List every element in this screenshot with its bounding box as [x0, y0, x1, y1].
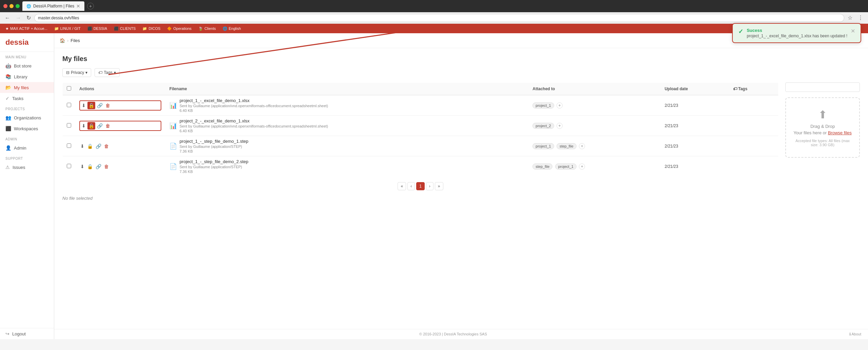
row3-download-btn[interactable]: ⬇: [79, 142, 85, 150]
row3-add-tag-btn[interactable]: +: [579, 143, 585, 149]
about-link[interactable]: ℹ About: [849, 332, 861, 336]
upload-date-col-header: Upload date: [661, 83, 729, 95]
row1-link-btn[interactable]: 🔗: [96, 102, 104, 109]
settings-btn[interactable]: ⋮: [856, 14, 865, 22]
last-page-btn[interactable]: »: [435, 182, 443, 190]
table-row: ⬇ 🔒 🔗 🗑 📊: [63, 95, 779, 116]
row4-tags: [729, 156, 779, 177]
bookmark-icon: 📁: [142, 26, 147, 31]
accepted-file-types: Accepted file types: All files (max size…: [793, 139, 852, 147]
my-files-icon: 📂: [5, 85, 11, 90]
sidebar-item-library[interactable]: 📚 Library: [0, 71, 54, 82]
row3-checkbox[interactable]: [67, 143, 71, 148]
select-all-checkbox[interactable]: [67, 86, 71, 91]
bookmark-linux-git[interactable]: 📁 LINUX / GIT: [52, 26, 83, 32]
sidebar-item-my-files[interactable]: 📂 My files: [0, 82, 54, 93]
row1-lock-btn[interactable]: 🔒: [87, 102, 95, 109]
privacy-filter-btn[interactable]: ⊟ Privacy ▾: [62, 68, 91, 77]
page-1-btn[interactable]: 1: [416, 182, 425, 190]
row4-checkbox[interactable]: [67, 164, 71, 168]
admin-icon: 👤: [5, 145, 11, 151]
toast-close-btn[interactable]: ✕: [851, 28, 855, 34]
tasks-icon: ✓: [5, 96, 9, 101]
row3-attached: project_1 step_file +: [528, 136, 661, 156]
browse-files-link[interactable]: Browse files: [828, 130, 852, 135]
row3-link-btn[interactable]: 🔗: [95, 142, 102, 150]
tab-close-btn[interactable]: ✕: [76, 3, 80, 9]
row1-attached: project_1 +: [528, 95, 661, 116]
browser-chrome: 🌐 DessIA Platform | Files ✕ +: [0, 0, 868, 12]
upload-dropzone[interactable]: ⬆ Drag & Drop Your files here or Browse …: [785, 97, 860, 158]
home-icon[interactable]: 🏠: [60, 38, 65, 43]
row1-delete-btn[interactable]: 🗑: [104, 102, 111, 109]
sidebar-item-workspaces[interactable]: ⬛ Workspaces: [0, 123, 54, 134]
bookmark-clients[interactable]: ⬛ CLIENTS: [111, 26, 138, 32]
bookmark-english[interactable]: 🌐 English: [220, 26, 244, 32]
bookmark-dessia[interactable]: ⬛ DESSIA: [85, 26, 110, 32]
tags-search-input[interactable]: [785, 82, 860, 92]
tags-col-header: 🏷 Tags: [729, 83, 779, 95]
row2-link-btn[interactable]: 🔗: [96, 122, 104, 130]
new-tab-btn[interactable]: +: [87, 3, 94, 9]
reload-btn[interactable]: ↻: [24, 14, 33, 22]
row2-delete-btn[interactable]: 🗑: [104, 122, 111, 130]
bookmark-icon: 🍃: [198, 26, 203, 31]
row2-lock-btn[interactable]: 🔒: [87, 122, 95, 130]
logout-icon: ↪: [5, 331, 9, 336]
first-page-btn[interactable]: «: [398, 182, 406, 190]
files-toolbar: ⊟ Privacy ▾ 🏷 Tags ▾: [62, 68, 860, 77]
row1-download-btn[interactable]: ⬇: [81, 102, 87, 109]
row2-download-btn[interactable]: ⬇: [81, 122, 87, 130]
upload-icon: ⬆: [793, 108, 852, 121]
forward-btn[interactable]: →: [14, 14, 23, 22]
bookmark-icon: 🌐: [223, 26, 227, 31]
actions-col-header: Actions: [75, 83, 165, 95]
bookmark-max-actif[interactable]: ★ MAX ACTIF + Accue...: [3, 26, 50, 32]
row4-download-btn[interactable]: ⬇: [79, 163, 85, 170]
app-layout: dessia Main menu 🤖 Bot store 📚 Library 📂…: [0, 33, 868, 339]
sidebar-item-organizations[interactable]: 👥 Organizations: [0, 112, 54, 123]
bookmark-dicos[interactable]: 📁 DICOS: [140, 26, 163, 32]
admin-label: Admin: [0, 134, 54, 142]
table-row: ⬇ 🔒 🔗 🗑 📄: [63, 136, 779, 156]
logo: dessia: [0, 33, 54, 52]
row2-add-tag-btn[interactable]: +: [557, 123, 563, 129]
back-btn[interactable]: ←: [3, 14, 12, 22]
tags-filter-btn[interactable]: 🏷 Tags ▾: [95, 68, 119, 77]
toast-container: ✓ Sucess project_1_-_excel_file_demo_1.x…: [732, 23, 861, 43]
filter-icon: ⊟: [66, 70, 69, 75]
row1-checkbox[interactable]: [67, 103, 71, 107]
sidebar-item-tasks[interactable]: ✓ Tasks: [0, 93, 54, 104]
active-tab[interactable]: 🌐 DessIA Platform | Files ✕: [22, 1, 84, 11]
bookmark-icon: ⬛: [87, 26, 92, 31]
row4-lock-btn[interactable]: 🔒: [86, 163, 94, 170]
sidebar-item-issues[interactable]: ⚠ Issues: [0, 162, 54, 173]
table-row: ⬇ 🔒 🔗 🗑 📄: [63, 156, 779, 177]
row3-lock-btn[interactable]: 🔒: [86, 142, 94, 150]
sidebar-item-bot-store[interactable]: 🤖 Bot store: [0, 60, 54, 71]
bookmark-icon: ★: [5, 26, 9, 31]
row4-add-tag-btn[interactable]: +: [579, 163, 585, 170]
row4-link-btn[interactable]: 🔗: [95, 163, 102, 170]
sidebar-item-admin[interactable]: 👤 Admin: [0, 142, 54, 153]
bot-store-icon: 🤖: [5, 63, 11, 69]
tag-header-icon: 🏷: [733, 86, 737, 91]
row3-delete-btn[interactable]: 🗑: [103, 142, 110, 150]
table-body: ⬇ 🔒 🔗 🗑 📊: [63, 95, 779, 177]
prev-page-btn[interactable]: ‹: [407, 182, 415, 190]
row3-select: [63, 136, 76, 156]
drag-drop-label: Drag & Drop: [793, 124, 852, 129]
row1-add-tag-btn[interactable]: +: [557, 102, 563, 109]
row2-checkbox[interactable]: [67, 123, 71, 128]
address-bar[interactable]: [34, 14, 844, 22]
no-file-selected: No file selected: [62, 196, 779, 201]
bookmark-btn[interactable]: ☆: [846, 14, 854, 22]
row4-actions: ⬇ 🔒 🔗 🗑: [75, 156, 165, 177]
bookmark-clients2[interactable]: 🍃 Clients: [196, 26, 219, 32]
upload-panel: ⬆ Drag & Drop Your files here or Browse …: [785, 82, 860, 201]
support-label: Support: [0, 153, 54, 162]
next-page-btn[interactable]: ›: [426, 182, 433, 190]
sidebar-logout[interactable]: ↪ Logout: [0, 328, 54, 339]
row4-delete-btn[interactable]: 🗑: [103, 163, 110, 170]
bookmark-operations[interactable]: 🔶 Operations: [164, 26, 194, 32]
